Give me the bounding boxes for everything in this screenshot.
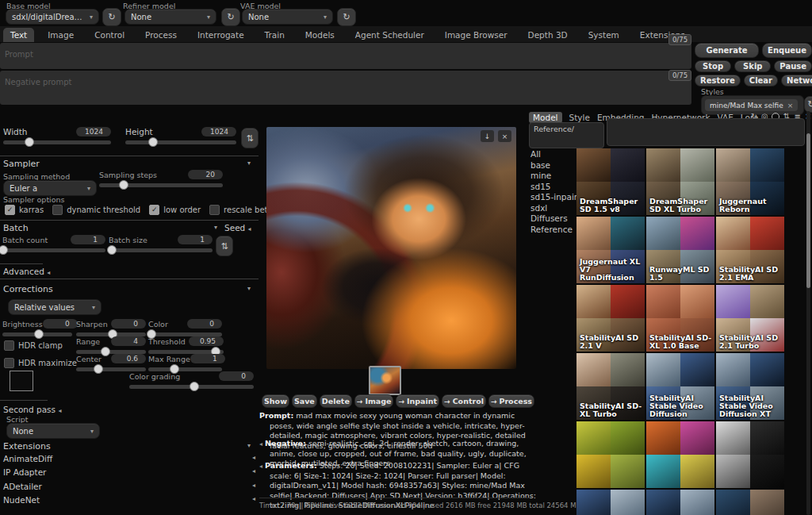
extensions-section-header[interactable]: Extensions bbox=[3, 441, 51, 452]
tab-process[interactable]: Process bbox=[138, 28, 184, 42]
styles-refresh-button[interactable]: ↻ bbox=[804, 96, 812, 113]
hdr-maximize-checkbox[interactable]: HDR maximize bbox=[4, 358, 77, 368]
networks-scrollbar[interactable] bbox=[806, 111, 810, 515]
networks-button[interactable]: Networks bbox=[781, 75, 812, 86]
tab-image[interactable]: Image bbox=[40, 28, 81, 42]
batch-count-slider[interactable] bbox=[2, 248, 105, 252]
batch-count-value[interactable]: 1 bbox=[71, 235, 105, 244]
result-button-delete[interactable]: Delete bbox=[320, 394, 352, 408]
width-slider-handle[interactable] bbox=[25, 137, 34, 147]
networks-search-input[interactable]: Reference/ bbox=[529, 122, 604, 148]
style-token[interactable]: mine/Mad Max selfie × bbox=[705, 99, 798, 111]
tab-models[interactable]: Models bbox=[298, 28, 342, 42]
prompt-input[interactable]: Prompt bbox=[0, 43, 691, 69]
generate-button[interactable]: Generate bbox=[695, 43, 759, 58]
sampling-steps-value[interactable]: 20 bbox=[188, 170, 223, 179]
stop-button[interactable]: Stop bbox=[695, 60, 731, 72]
model-card-dreamshaper-sd-xl-turbo[interactable]: DreamShaper SD XL Turbo bbox=[646, 148, 714, 215]
vae-model-select[interactable]: None ▾ bbox=[242, 9, 333, 25]
tab-image-browser[interactable]: Image Browser bbox=[438, 28, 515, 42]
vae-model-refresh-button[interactable]: ↻ bbox=[337, 8, 356, 26]
networks-tab-style[interactable]: Style bbox=[569, 113, 590, 122]
close-icon[interactable]: × bbox=[787, 102, 794, 110]
sharpen-value[interactable]: 0 bbox=[111, 319, 146, 329]
brightness-value[interactable]: 0 bbox=[43, 319, 78, 329]
result-button-save[interactable]: Save bbox=[292, 394, 317, 408]
model-card-stabilityai-stable-video-diffusion-xt[interactable]: StabilityAI Stable Video Diffusion XT bbox=[716, 353, 784, 420]
image-close-button[interactable]: × bbox=[498, 130, 511, 142]
brightness-slider-handle[interactable] bbox=[34, 329, 44, 339]
model-card-16[interactable] bbox=[646, 490, 714, 515]
color-grading-slider[interactable] bbox=[129, 385, 254, 389]
width-slider[interactable] bbox=[3, 140, 111, 144]
collapse-down-icon[interactable]: ▾ bbox=[247, 159, 251, 167]
enqueue-button[interactable]: Enqueue bbox=[762, 43, 812, 58]
extension-nudenet[interactable]: NudeNet◂ bbox=[3, 495, 255, 505]
extension-ip-adapter[interactable]: IP Adapter◂ bbox=[3, 467, 255, 477]
checkbox-low-order[interactable]: ✓low order bbox=[149, 205, 201, 215]
model-card-runwayml-sd-1-5[interactable]: RunwayML SD 1.5 bbox=[646, 217, 714, 283]
checkbox-karras[interactable]: ✓karras bbox=[5, 205, 44, 215]
second-pass-section-toggle[interactable]: Second pass ◂ bbox=[3, 405, 61, 414]
corrections-mode-select[interactable]: Relative values ▾ bbox=[8, 299, 102, 315]
folder-reference[interactable]: Reference bbox=[530, 225, 583, 234]
refiner-model-refresh-button[interactable]: ↻ bbox=[221, 8, 240, 26]
refiner-model-select[interactable]: None ▾ bbox=[124, 9, 216, 25]
folder-sdxl[interactable]: sdxl bbox=[530, 204, 583, 213]
model-card-dreamshaper-sd-1-5-v8[interactable]: DreamShaper SD 1.5 v8 bbox=[576, 148, 645, 215]
folder-sd15[interactable]: sd15 bbox=[530, 183, 583, 191]
restore-button[interactable]: Restore bbox=[695, 75, 741, 86]
model-card-stabilityai-sd-2-1-turbo[interactable]: StabilityAI SD 2.1 Turbo bbox=[716, 285, 784, 352]
color-grading-value[interactable]: 0 bbox=[219, 371, 254, 381]
color-value[interactable]: 0 bbox=[187, 319, 222, 329]
threshold-value[interactable]: 0.95 bbox=[189, 336, 224, 346]
model-card-12[interactable] bbox=[576, 421, 645, 488]
advanced-section-toggle[interactable]: Advanced ◂ bbox=[3, 267, 50, 276]
collapse-left-icon[interactable]: ◂ bbox=[259, 463, 262, 470]
tab-text[interactable]: Text bbox=[3, 28, 34, 42]
pause-button[interactable]: Pause bbox=[774, 60, 812, 72]
base-model-select[interactable]: sdxl/digitalDream_v11 [6948 ▾ bbox=[6, 9, 99, 25]
sampling-steps-slider-handle[interactable] bbox=[119, 180, 128, 190]
swap-batch-button[interactable]: ⇅ bbox=[216, 236, 233, 256]
batch-count-slider-handle[interactable] bbox=[0, 245, 8, 255]
range-value[interactable]: 4 bbox=[111, 336, 146, 346]
checkbox-dynamic-threshold[interactable]: dynamic threshold bbox=[52, 205, 140, 215]
extension-animatediff[interactable]: AnimateDiff◂ bbox=[3, 454, 255, 463]
folder-mine[interactable]: mine bbox=[530, 171, 583, 180]
tab-interrogate[interactable]: Interrogate bbox=[190, 28, 251, 42]
tab-train[interactable]: Train bbox=[258, 28, 292, 42]
folder-all[interactable]: All bbox=[530, 150, 583, 159]
corrections-section-header[interactable]: Corrections bbox=[3, 284, 53, 294]
model-card-stabilityai-sd-2-1-ema[interactable]: StabilityAI SD 2.1 EMA bbox=[716, 217, 784, 283]
height-slider[interactable] bbox=[125, 140, 236, 144]
center-value[interactable]: 0.6 bbox=[111, 354, 146, 363]
tab-system[interactable]: System bbox=[581, 28, 626, 42]
batch-size-slider[interactable] bbox=[109, 248, 213, 252]
networks-scrollbar-handle[interactable] bbox=[806, 133, 810, 288]
batch-section-header[interactable]: Batch bbox=[3, 223, 29, 233]
generated-image[interactable] bbox=[266, 127, 516, 369]
sampling-method-select[interactable]: Euler a ▾ bbox=[3, 180, 97, 196]
result-button-inpaint[interactable]: →Inpaint bbox=[396, 394, 439, 408]
collapse-down-icon[interactable]: ▾ bbox=[214, 224, 217, 231]
batch-size-value[interactable]: 1 bbox=[178, 235, 213, 244]
model-card-stabilityai-stable-video-diffusion[interactable]: StabilityAI Stable Video Diffusion bbox=[646, 353, 714, 420]
clear-button[interactable]: Clear bbox=[744, 75, 778, 86]
gallery-thumbnail[interactable] bbox=[369, 366, 401, 395]
width-value[interactable]: 1024 bbox=[76, 127, 111, 136]
base-model-refresh-button[interactable]: ↻ bbox=[102, 8, 121, 26]
tab-depth-3d[interactable]: Depth 3D bbox=[521, 28, 575, 42]
max-range-value[interactable]: 1 bbox=[190, 354, 225, 363]
checkbox-rescale-beta[interactable]: rescale beta bbox=[209, 205, 273, 215]
folder-sd15-inpaint[interactable]: sd15-inpaint bbox=[530, 193, 583, 202]
model-card-17[interactable] bbox=[716, 490, 784, 515]
networks-tab-model[interactable]: Model bbox=[529, 112, 562, 123]
negative-prompt-input[interactable]: Negative prompt bbox=[0, 71, 691, 105]
model-card-15[interactable] bbox=[576, 490, 645, 515]
tab-control[interactable]: Control bbox=[87, 28, 132, 42]
tab-agent-scheduler[interactable]: Agent Scheduler bbox=[348, 28, 431, 42]
skip-button[interactable]: Skip bbox=[734, 60, 771, 72]
folder-diffusers[interactable]: Diffusers bbox=[530, 214, 583, 223]
height-slider-handle[interactable] bbox=[148, 137, 158, 147]
